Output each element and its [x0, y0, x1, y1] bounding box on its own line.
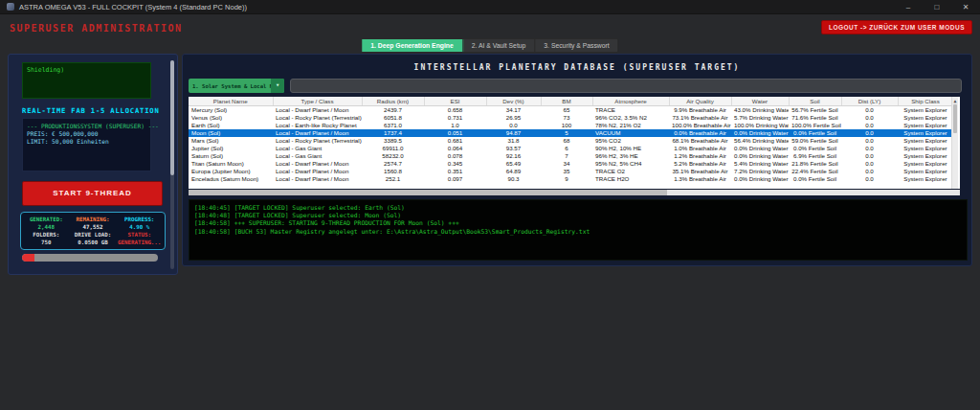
database-title: INTERSTELLAR PLANETARY DATABASE (SUPERUS…: [183, 63, 971, 72]
table-cell: 92.16: [486, 152, 541, 160]
table-cell: 65.49: [486, 160, 541, 168]
table-cell: VACUUM: [592, 129, 669, 137]
column-header[interactable]: ESI: [424, 97, 486, 105]
table-cell: System Explorer: [898, 160, 953, 168]
stat-drive-load: DRIVE LOAD: 0.0500 GB: [70, 231, 117, 246]
system-select-dropdown[interactable]: 1. Solar System & Local Moons ▾: [189, 79, 284, 93]
table-cell: 68: [541, 137, 592, 145]
table-cell: 56.4% Drinking Water: [731, 137, 789, 145]
table-cell: 0.0% Drinking Water: [731, 129, 789, 137]
table-cell: 0.0% Drinking Water: [731, 175, 789, 183]
column-header[interactable]: BM: [541, 97, 592, 105]
left-panel-scrollbar[interactable]: [170, 60, 174, 269]
table-cell: 93.57: [486, 145, 541, 152]
tab-bar: 1. Deep Generation Engine 2. AI & Vault …: [361, 38, 618, 53]
column-header[interactable]: Dev (%): [486, 97, 541, 105]
scrollbar-thumb[interactable]: [189, 190, 667, 195]
table-cell: Venus (Sol): [189, 114, 273, 122]
table-row[interactable]: Enceladus (Saturn Moon)Local - Dwarf Pla…: [189, 175, 953, 183]
production-limit-line: LIMIT: 50,000 Einheiten: [27, 138, 146, 146]
planetary-database-panel: INTERSTELLAR PLANETARY DATABASE (SUPERUS…: [182, 54, 972, 266]
table-row[interactable]: Moon (Sol)Local - Dwarf Planet / Moon173…: [189, 129, 953, 137]
column-header[interactable]: Planet Name: [189, 97, 273, 105]
table-cell: Jupiter (Sol): [189, 145, 273, 152]
table-cell: 9: [541, 175, 592, 183]
start-generation-button[interactable]: START 9-THREAD GENERATION: [22, 181, 163, 206]
table-cell: 6.9% Fertile Soil: [789, 152, 841, 160]
scroll-up-icon[interactable]: ▲: [952, 97, 958, 104]
logout-button[interactable]: LOGOUT -> ZURÜCK ZUM USER MODUS: [821, 20, 972, 34]
table-cell: 95% N2, 5% CH4: [592, 160, 669, 168]
table-row[interactable]: Mars (Sol)Local - Rocky Planet (Terrestr…: [189, 137, 953, 145]
table-cell: 100.0% Drinking Water: [731, 122, 789, 129]
tab-security-passwort[interactable]: 3. Security & Passwort: [535, 39, 617, 52]
table-vertical-scrollbar[interactable]: ▲: [951, 97, 958, 189]
table-cell: 26.95: [486, 114, 541, 122]
table-cell: 96% CO2, 3.5% N2: [592, 114, 669, 122]
column-header[interactable]: Dist (LY): [841, 97, 898, 105]
table-row[interactable]: Jupiter (Sol)Local - Gas Giant69911.00.0…: [189, 145, 953, 152]
minimize-button[interactable]: –: [894, 0, 923, 14]
table-row[interactable]: Earth (Sol)Local - Earth-like Rocky Plan…: [189, 122, 953, 129]
table-horizontal-scrollbar[interactable]: [189, 190, 960, 195]
table-cell: 65: [541, 105, 592, 114]
column-header[interactable]: Air Quality: [669, 97, 731, 105]
table-cell: 0.0: [841, 160, 898, 168]
table-cell: 0.0: [841, 137, 898, 145]
column-header[interactable]: Water: [731, 97, 789, 105]
scrollbar-thumb[interactable]: [953, 104, 957, 133]
table-cell: 1737.4: [362, 129, 424, 137]
dropdown-selected-value: 1. Solar System & Local Moons: [189, 83, 271, 89]
table-cell: 0.0: [486, 122, 541, 129]
stat-progress: PROGRESS: 4.90 %: [116, 216, 163, 231]
table-cell: Mars (Sol): [189, 137, 273, 145]
table-cell: 31.8: [486, 137, 541, 145]
table-cell: 5: [541, 129, 592, 137]
chevron-down-icon[interactable]: ▾: [271, 79, 284, 93]
table-cell: 1.0: [424, 122, 486, 129]
table-cell: 95% CO2: [592, 137, 669, 145]
table-row[interactable]: Titan (Saturn Moon)Local - Dwarf Planet …: [189, 160, 953, 168]
table-cell: 35: [541, 168, 592, 175]
maximize-button[interactable]: □: [923, 0, 951, 14]
table-cell: 94.87: [486, 129, 541, 137]
scrollbar-thumb[interactable]: [170, 60, 174, 175]
tab-deep-generation-engine[interactable]: 1. Deep Generation Engine: [362, 39, 463, 52]
table-row[interactable]: Europa (Jupiter Moon)Local - Dwarf Plane…: [189, 168, 953, 175]
table-row[interactable]: Venus (Sol)Local - Rocky Planet (Terrest…: [189, 114, 953, 122]
table-cell: 0.0: [841, 168, 898, 175]
stat-remaining: REMAINING: 47,552: [70, 216, 117, 231]
table-cell: TRACE O2: [592, 168, 669, 175]
stat-folders: FOLDERS: 750: [23, 231, 70, 246]
filter-input[interactable]: [290, 79, 962, 93]
table-cell: 0.0% Drinking Water: [731, 152, 789, 160]
table-cell: 0.0: [841, 129, 898, 137]
table-cell: 96% H2, 3% HE: [592, 152, 669, 160]
table-cell: Local - Dwarf Planet / Moon: [273, 175, 362, 183]
table-cell: 0.0: [841, 105, 898, 114]
superuser-admin-label: SUPERUSER ADMINISTRATION: [10, 23, 183, 34]
table-cell: 100.0% Breathable Air: [669, 122, 731, 129]
table-cell: 68.1% Breathable Air: [669, 137, 731, 145]
tab-ai-vault-setup[interactable]: 2. AI & Vault Setup: [463, 39, 536, 52]
table-cell: 1.3% Breathable Air: [669, 175, 731, 183]
table-cell: 0.064: [424, 145, 486, 152]
column-header[interactable]: Type / Class: [273, 97, 362, 105]
column-header[interactable]: Soil: [789, 97, 841, 105]
generation-progress-bar: [22, 254, 158, 262]
column-header[interactable]: Radius (km): [362, 97, 424, 105]
table-cell: 0.0% Fertile Soil: [789, 145, 841, 152]
table-cell: Local - Rocky Planet (Terrestrial): [273, 114, 362, 122]
table-cell: 0.345: [424, 160, 486, 168]
close-button[interactable]: ✕: [951, 0, 980, 14]
table-cell: 0.0: [841, 145, 898, 152]
column-header[interactable]: Ship Class: [898, 97, 953, 105]
table-cell: TRACE H2O: [592, 175, 669, 183]
column-header[interactable]: Atmosphere: [592, 97, 669, 105]
table-cell: Local - Rocky Planet (Terrestrial): [273, 137, 362, 145]
table-cell: 5.2% Breathable Air: [669, 160, 731, 168]
table-row[interactable]: Mercury (Sol)Local - Dwarf Planet / Moon…: [189, 105, 953, 114]
table-cell: System Explorer: [898, 152, 953, 160]
table-cell: 1.2% Breathable Air: [669, 152, 731, 160]
table-row[interactable]: Saturn (Sol)Local - Gas Giant58232.00.07…: [189, 152, 953, 160]
